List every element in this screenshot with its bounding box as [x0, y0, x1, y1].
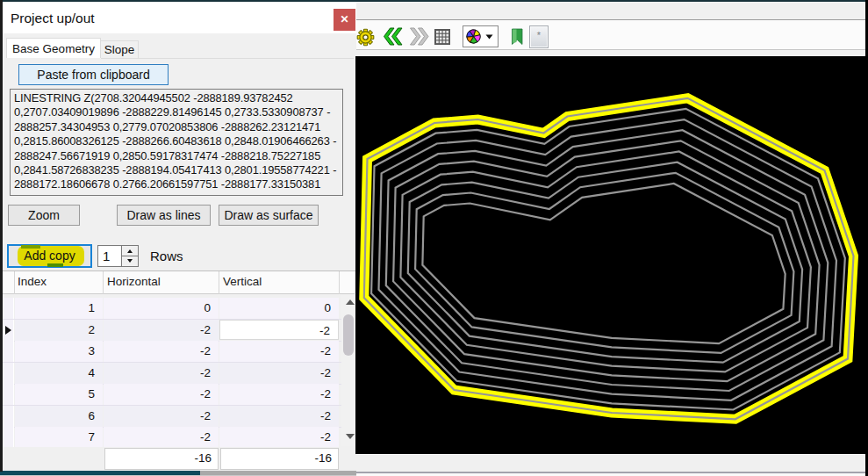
svg-text:*: *: [537, 30, 542, 40]
